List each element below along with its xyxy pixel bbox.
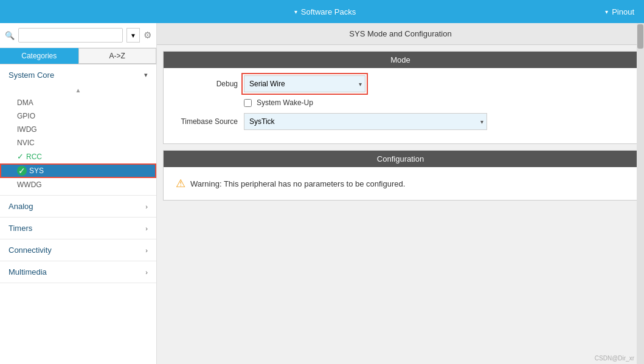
sidebar-group-header-connectivity[interactable]: Connectivity › [0, 239, 156, 261]
config-section: Configuration ⚠ Warning: This peripheral… [163, 150, 638, 201]
timebase-select-wrapper: SysTick TIM1 TIM2 ▾ [244, 113, 487, 130]
sidebar-group-header-system-core[interactable]: System Core ▾ [0, 64, 156, 86]
sidebar-item-gpio[interactable]: GPIO [0, 109, 156, 123]
gear-icon[interactable]: ⚙ [144, 30, 151, 41]
sidebar-tabs: Categories A->Z [0, 48, 156, 64]
system-wakeup-label: System Wake-Up [257, 98, 313, 107]
sidebar-group-multimedia: Multimedia › [0, 261, 156, 283]
debug-row: Debug Serial Wire No Debug Trace Asynchr… [171, 75, 630, 92]
system-wakeup-row: System Wake-Up [171, 98, 630, 107]
timebase-select[interactable]: SysTick TIM1 TIM2 [244, 113, 487, 130]
warning-text: Warning: This peripheral has no paramete… [190, 179, 405, 188]
content-area: SYS Mode and Configuration Mode Debug Se… [157, 23, 644, 364]
sidebar: 🔍 ▼ ⚙ Categories A->Z System Core ▾ ▲ [0, 23, 157, 364]
sidebar-group-timers: Timers › [0, 218, 156, 239]
content-title: SYS Mode and Configuration [157, 23, 644, 45]
sidebar-group-header-analog[interactable]: Analog › [0, 196, 156, 217]
sidebar-list: System Core ▾ ▲ DMA GPIO [0, 64, 156, 364]
sidebar-item-rcc[interactable]: ✓ RCC [0, 149, 156, 163]
watermark: CSDN@Dir_xr [595, 355, 634, 362]
search-dropdown-arrow[interactable]: ▼ [126, 28, 140, 43]
sidebar-group-connectivity: Connectivity › [0, 239, 156, 261]
debug-label: Debug [171, 80, 238, 88]
check-icon: ✓ [17, 152, 24, 161]
chevron-right-icon: › [145, 247, 148, 254]
sidebar-group-system-core: System Core ▾ ▲ DMA GPIO [0, 64, 156, 196]
top-bar: ▾ Software Packs ▾ Pinout [0, 0, 644, 23]
main-layout: 🔍 ▼ ⚙ Categories A->Z System Core ▾ ▲ [0, 23, 644, 364]
scroll-up-indicator: ▲ [0, 86, 156, 95]
warning-icon: ⚠ [176, 177, 185, 190]
search-input[interactable] [18, 28, 123, 43]
tab-az[interactable]: A->Z [78, 48, 157, 64]
search-icon: 🔍 [5, 31, 15, 40]
chevron-down-icon: ▾ [144, 71, 148, 79]
system-core-items: DMA GPIO IWDG NVIC ✓ [0, 95, 156, 195]
timebase-row: Timebase Source SysTick TIM1 TIM2 ▾ [171, 113, 630, 130]
sidebar-group-header-multimedia[interactable]: Multimedia › [0, 261, 156, 283]
chevron-right-icon: › [145, 269, 148, 276]
sidebar-item-iwdg[interactable]: IWDG [0, 123, 156, 136]
debug-select[interactable]: Serial Wire No Debug Trace Asynchronous … [244, 75, 365, 92]
sidebar-item-sys[interactable]: ✓ SYS [0, 163, 156, 178]
config-section-header: Configuration [164, 151, 637, 167]
chevron-right-icon: › [145, 225, 148, 232]
warning-row: ⚠ Warning: This peripheral has no parame… [164, 167, 637, 200]
sidebar-group-analog: Analog › [0, 196, 156, 218]
system-wakeup-checkbox[interactable] [244, 99, 252, 107]
scrollbar-thumb[interactable] [637, 24, 643, 49]
debug-select-wrapper: Serial Wire No Debug Trace Asynchronous … [244, 75, 365, 92]
sidebar-item-wwdg[interactable]: WWDG [0, 178, 156, 191]
sidebar-group-header-timers[interactable]: Timers › [0, 218, 156, 239]
chevron-down-icon: ▾ [294, 9, 297, 15]
pinout-button[interactable]: ▾ Pinout [595, 7, 644, 16]
scrollbar[interactable] [637, 23, 644, 364]
software-packs-button[interactable]: ▾ Software Packs [285, 7, 365, 16]
chevron-right-icon: › [145, 203, 148, 210]
tab-categories[interactable]: Categories [0, 48, 78, 64]
timebase-label: Timebase Source [171, 117, 238, 126]
sidebar-item-nvic[interactable]: NVIC [0, 136, 156, 149]
sidebar-search-row: 🔍 ▼ ⚙ [0, 23, 156, 48]
check-icon: ✓ [17, 166, 27, 176]
sidebar-item-dma[interactable]: DMA [0, 96, 156, 109]
mode-section-header: Mode [164, 52, 637, 68]
chevron-down-icon: ▾ [605, 9, 608, 15]
mode-section: Mode Debug Serial Wire No Debug Trace As… [163, 51, 638, 144]
mode-section-body: Debug Serial Wire No Debug Trace Asynchr… [164, 68, 637, 143]
